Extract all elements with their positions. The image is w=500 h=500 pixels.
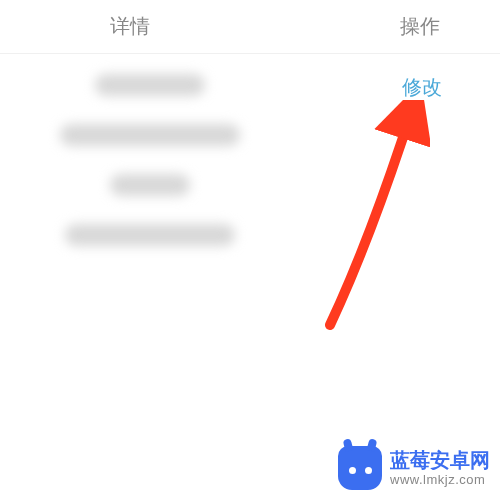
header-action-column: 操作 — [260, 13, 500, 40]
action-column: 修改 — [300, 54, 500, 266]
watermark-text: 蓝莓安卓网 www.lmkjz.com — [390, 448, 490, 488]
blurred-detail-line — [95, 74, 205, 96]
details-column — [0, 54, 300, 266]
header-details-column: 详情 — [0, 13, 260, 40]
blurred-detail-line — [60, 124, 240, 146]
watermark-title: 蓝莓安卓网 — [390, 448, 490, 472]
watermark-logo-icon — [338, 446, 382, 490]
watermark-url: www.lmkjz.com — [390, 472, 490, 488]
modify-link[interactable]: 修改 — [402, 76, 442, 98]
content-row: 修改 — [0, 54, 500, 266]
table-header: 详情 操作 — [0, 0, 500, 54]
watermark: 蓝莓安卓网 www.lmkjz.com — [338, 446, 490, 490]
blurred-detail-line — [65, 224, 235, 246]
blurred-detail-line — [110, 174, 190, 196]
